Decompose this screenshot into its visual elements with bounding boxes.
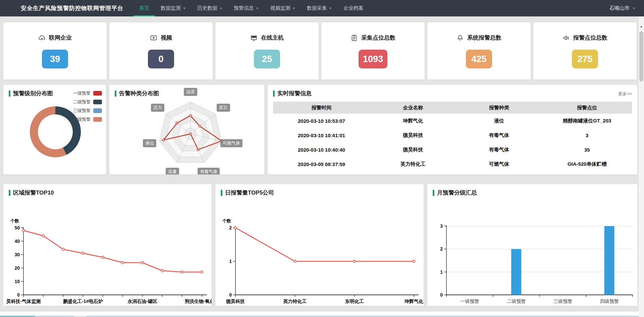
alarm-type-radar-chart	[109, 85, 264, 174]
panel-region-top10: 区域报警TOP10 01020304050个数昊科技-气体监测鹏盛化工-1#电石…	[3, 184, 212, 306]
nav-item-label: 历史数据	[197, 5, 217, 11]
legend-label: 三级预警	[73, 108, 91, 114]
panel-title: 日报警量TOP5公司	[225, 189, 274, 197]
alarm-cell: 液位	[456, 118, 542, 124]
title-marker	[9, 190, 10, 196]
alarm-table-body: 2020-03-10 10:53:07坤辉气化液位精醇南罐液位GT_203202…	[273, 114, 632, 171]
chevron-down-icon: ▼	[183, 7, 186, 10]
scrollbar-thumb[interactable]	[639, 31, 643, 82]
svg-text:鹏盛化工-1#电石炉: 鹏盛化工-1#电石炉	[63, 299, 103, 304]
chevron-down-icon: ▼	[219, 7, 222, 10]
speaker-icon	[562, 34, 570, 42]
svg-text:1: 1	[440, 269, 443, 275]
legend-item[interactable]: 三级预警	[73, 108, 102, 114]
nav-item-label: 数据采集	[307, 5, 327, 11]
stat-header: 采集点位总数	[321, 34, 425, 42]
daily-top5-line-chart: 012个数德昊科技英力特化工东明化工坤辉气化	[215, 184, 424, 306]
nav-item-data-collection[interactable]: 数据采集▼	[301, 0, 338, 16]
nav-item-home[interactable]: 首页	[133, 0, 155, 16]
nav-item-enterprise-archives[interactable]: 企业档案	[338, 0, 369, 16]
stat-header: 视频	[109, 34, 213, 42]
alarm-table: 报警时间企业名称报警种类报警点位 2020-03-10 10:53:07坤辉气化…	[273, 102, 632, 171]
bell-icon	[457, 34, 464, 42]
nav-item-data-monitoring[interactable]: 数据监测▼	[155, 0, 192, 16]
chevron-down-icon: ▼	[329, 7, 332, 10]
svg-text:1: 1	[229, 259, 232, 264]
region-top10-line-chart: 01020304050个数昊科技-气体监测鹏盛化工-1#电石炉永润石油-罐区荆洪…	[3, 184, 212, 306]
svg-text:二级预警: 二级预警	[507, 299, 526, 304]
next-row-chart-edge-dashes	[74, 316, 87, 317]
alarm-cell: GIA-520单体贮槽	[542, 161, 632, 167]
title-marker	[115, 91, 116, 97]
chevron-down-icon: ▼	[632, 7, 635, 10]
stat-value: 425	[466, 50, 492, 68]
alarm-cell: 2020-03-10 10:53:07	[273, 118, 370, 124]
svg-text:昊科技-气体监测: 昊科技-气体监测	[6, 299, 41, 304]
vertical-scrollbar[interactable]: ▲	[639, 16, 644, 317]
alarm-cell: 坤辉气化	[370, 118, 456, 124]
legend-swatch	[93, 91, 102, 96]
legend-label: 二级预警	[73, 99, 91, 105]
alarm-cell: 德昊科技	[370, 132, 456, 139]
alarm-row[interactable]: 2020-03-10 10:53:07坤辉气化液位精醇南罐液位GT_203	[273, 114, 632, 128]
panel-alert-level-pie: 预警级别分布图 一级预警二级预警三级预警四级预警	[3, 85, 106, 174]
svg-text:2: 2	[229, 225, 232, 230]
radar-axis-label: 温度	[184, 88, 197, 96]
svg-text:一级预警: 一级预警	[460, 299, 479, 304]
radar-axis-label: 流量	[166, 168, 179, 174]
nav-item-label: 预警信息	[234, 5, 254, 11]
nav-item-video-monitoring[interactable]: 视频监测▼	[265, 0, 301, 16]
panel-title: 区域报警TOP10	[13, 189, 54, 197]
column-header: 报警点位	[542, 105, 632, 111]
panel-header: 实时报警信息	[273, 90, 312, 97]
title-marker	[273, 91, 275, 97]
stat-card-online-hosts: 在线主机25	[215, 22, 319, 80]
region-label: 石嘴山市	[609, 5, 630, 11]
svg-text:0: 0	[229, 292, 232, 298]
stat-value: 25	[254, 50, 280, 68]
stat-card-system-alarms: 系统报警总数425	[427, 22, 531, 80]
region-selector[interactable]: 石嘴山市 ▼	[609, 5, 635, 11]
svg-text:三级预警: 三级预警	[553, 299, 572, 304]
svg-text:个数: 个数	[222, 218, 231, 223]
legend-item[interactable]: 一级预警	[73, 90, 102, 96]
scroll-up-icon[interactable]: ▲	[639, 24, 644, 29]
panel-alarm-type-radar: 告警种类分布图 温度其它可燃气体有毒气体流量液位压力	[109, 85, 264, 174]
nav-menu: 首页数据监测▼历史数据▼预警信息▼视频监测▼数据采集▼企业档案	[133, 0, 369, 16]
svg-text:个数: 个数	[10, 218, 19, 223]
stat-label: 采集点位总数	[361, 34, 395, 42]
svg-text:2: 2	[440, 246, 443, 252]
next-row-card-edge	[0, 312, 639, 316]
legend-item[interactable]: 二级预警	[73, 99, 102, 105]
svg-text:德昊科技: 德昊科技	[226, 299, 245, 304]
svg-text:10: 10	[14, 279, 20, 284]
svg-text:永润石油-罐区: 永润石油-罐区	[127, 299, 157, 304]
nav-item-alert-info[interactable]: 预警信息▼	[228, 0, 265, 16]
stat-label: 在线主机	[261, 34, 284, 42]
panel-title: 月预警分级汇总	[437, 189, 477, 197]
nav-item-history-data[interactable]: 历史数据▼	[192, 0, 228, 16]
alarm-cell: 35	[542, 147, 632, 153]
stat-label: 联网企业	[49, 34, 72, 42]
radar-axis-label: 液位	[143, 139, 156, 147]
svg-text:0: 0	[17, 292, 20, 298]
more-link[interactable]: 更多>>	[618, 91, 632, 97]
panel-title: 实时报警信息	[277, 90, 312, 97]
nav-item-label: 首页	[139, 5, 149, 11]
legend-swatch	[93, 117, 102, 122]
alarm-row[interactable]: 2020-03-10 10:41:01德昊科技有毒气体3	[273, 128, 632, 143]
stat-card-videos: 视频0	[109, 22, 213, 80]
panel-title: 预警级别分布图	[13, 90, 53, 97]
column-header: 报警时间	[273, 105, 370, 111]
clipboard-icon	[351, 34, 358, 42]
stat-header: 报警点位总数	[533, 34, 637, 42]
alarm-row[interactable]: 2020-03-05 08:37:59英力特化工可燃气体GIA-520单体贮槽	[273, 157, 632, 171]
svg-text:坤辉气化: 坤辉气化	[404, 299, 423, 304]
alarm-row[interactable]: 2020-03-10 10:40:40德昊科技有毒气体35	[273, 143, 632, 157]
svg-text:50: 50	[14, 225, 20, 230]
legend-item[interactable]: 四级预警	[73, 116, 102, 122]
stat-card-alarm-points: 报警点位总数275	[533, 22, 637, 80]
nav-item-label: 视频监测	[270, 5, 290, 11]
monthly-levels-bar-chart: 0123一级预警二级预警三级预警四级预警	[427, 184, 637, 306]
svg-text:30: 30	[14, 252, 20, 257]
